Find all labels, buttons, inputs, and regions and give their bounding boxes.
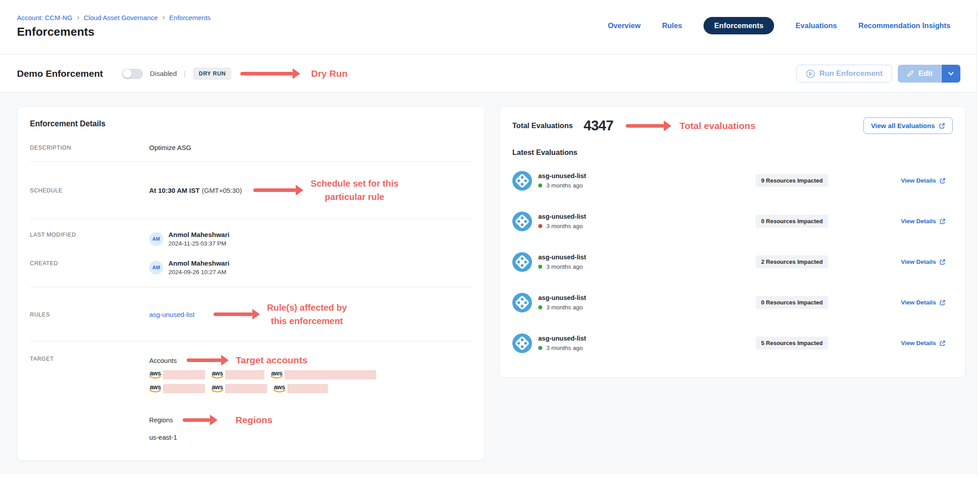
aws-logo-icon: aws [211,384,223,393]
view-details-label: View Details [901,177,936,184]
evaluation-row: asg-unused-list 3 months ago 5 Resources… [512,323,953,363]
last-modified-row: LAST MODIFIED AM Anmol Maheshwari 2024-1… [30,219,472,247]
resources-impacted-badge: 0 Resources Impacted [756,215,828,228]
view-details-label: View Details [901,218,936,225]
target-account-row: aws aws aws [149,384,472,393]
view-details-link[interactable]: View Details [868,340,953,346]
tab-enforcements[interactable]: Enforcements [704,17,774,34]
tab-evaluations[interactable]: Evaluations [796,21,837,30]
annotation-schedule: Schedule set for this particular rule [310,177,398,204]
view-all-evaluations-button[interactable]: View all Evaluations [863,117,953,134]
annotation-arrow [214,309,260,320]
rules-row: RULES asg-unused-list Rule(s) affected b… [30,287,472,341]
evaluation-status-dot [538,265,542,269]
description-label: DESCRIPTION [30,144,149,151]
asg-rule-icon [512,252,532,272]
annotation-arrow [183,415,218,425]
enforcement-name: Demo Enforcement [17,68,103,79]
aws-logo-icon: aws [271,370,283,379]
breadcrumb-account[interactable]: Account: CCM-NG [17,14,72,21]
aws-smile-icon [273,389,285,393]
target-row: TARGET Accounts Target accounts aws aws [30,341,472,441]
target-account-badge: aws [273,384,328,393]
aws-smile-icon [149,375,161,379]
description-row: DESCRIPTION Optimize ASG [30,144,472,161]
dry-run-badge: DRY RUN [193,67,231,80]
edit-button[interactable]: Edit [898,65,942,83]
enforcement-details-card: Enforcement Details DESCRIPTION Optimize… [17,106,485,461]
breadcrumb-page[interactable]: Enforcements [169,14,211,21]
external-link-icon [939,300,946,306]
breadcrumb-module[interactable]: Cloud Asset Governance [84,14,158,21]
circled-play-icon [806,69,815,79]
resources-impacted-badge: 2 Resources Impacted [756,255,828,268]
view-details-label: View Details [901,340,936,346]
evaluation-row: asg-unused-list 3 months ago 0 Resources… [512,282,953,323]
total-evaluations-value: 4347 [583,118,613,134]
evaluations-card: Total Evaluations 4347 Total evaluations… [499,106,966,378]
asg-rule-icon [512,212,532,231]
rule-link[interactable]: asg-unused-list [149,311,195,318]
aws-logo-icon: aws [149,384,161,393]
annotation-total-evaluations: Total evaluations [679,121,755,131]
created-row: CREATED AM Anmol Maheshwari 2024-09-26 1… [30,247,472,287]
evaluation-row: asg-unused-list 3 months ago 2 Resources… [512,242,953,282]
aws-smile-icon [211,375,223,379]
latest-evaluations-title: Latest Evaluations [512,148,953,157]
resources-impacted-badge: 0 Resources Impacted [756,296,828,309]
view-details-link[interactable]: View Details [868,218,953,225]
schedule-value: At 10:30 AM IST [149,187,200,194]
annotation-arrow [626,121,671,131]
last-modified-label: LAST MODIFIED [30,231,149,238]
run-enforcement-button[interactable]: Run Enforcement [796,65,892,83]
annotation-arrow [187,355,229,366]
view-all-evaluations-label: View all Evaluations [871,122,935,129]
avatar: AM [149,261,163,275]
external-link-icon [939,178,946,184]
view-details-link[interactable]: View Details [868,299,953,306]
tab-rules[interactable]: Rules [662,21,682,30]
created-date: 2024-09-26 10:27 AM [168,269,230,275]
aws-logo-icon: aws [149,370,161,379]
accounts-label: Accounts [149,357,177,364]
aws-logo-icon: aws [211,370,223,379]
evaluation-status-dot [538,305,542,309]
page-title: Enforcements [17,25,94,39]
details-card-title: Enforcement Details [30,119,472,129]
edit-dropdown-button[interactable] [942,65,960,83]
modified-by-name: Anmol Maheshwari [168,231,230,238]
evaluation-time: 3 months ago [546,304,583,311]
breadcrumb-separator-icon: › [162,13,164,21]
evaluation-row: asg-unused-list 3 months ago 9 Resources… [512,160,953,201]
enforcement-header-left: Demo Enforcement Disabled | DRY RUN Dry … [17,54,348,93]
chevron-down-icon [947,70,955,77]
toggle-state-label: Disabled [150,70,177,78]
view-details-label: View Details [901,258,936,265]
breadcrumb: Account: CCM-NG › Cloud Asset Governance… [17,13,210,21]
evaluation-rule-name: asg-unused-list [538,213,586,220]
evaluations-header: Total Evaluations 4347 Total evaluations… [512,117,953,134]
view-details-link[interactable]: View Details [868,258,953,265]
resources-impacted-badge: 9 Resources Impacted [756,174,828,187]
page-edge-divider [976,11,977,474]
asg-rule-icon [512,333,532,353]
enabled-toggle[interactable] [122,69,143,79]
aws-smile-icon [211,389,223,393]
content-area: Enforcement Details DESCRIPTION Optimize… [0,93,976,474]
created-by-name: Anmol Maheshwari [168,259,230,267]
rules-label: RULES [30,311,149,318]
redacted-account-bar [225,384,267,393]
tab-recommendation-insights[interactable]: Recommendation Insights [859,21,951,30]
asg-rule-icon [512,293,532,312]
edit-button-label: Edit [918,69,933,78]
tab-overview[interactable]: Overview [608,21,641,30]
evaluation-status-dot [538,183,542,187]
schedule-timezone: (GMT+05:30) [202,187,242,194]
evaluation-status-dot [538,224,542,228]
total-evaluations-label: Total Evaluations [512,121,573,130]
regions-label: Regions [149,416,173,424]
target-account-rows: aws aws aws aws [149,370,472,393]
view-details-link[interactable]: View Details [868,177,953,184]
breadcrumb-separator-icon: › [77,13,79,21]
run-enforcement-label: Run Enforcement [819,69,883,78]
